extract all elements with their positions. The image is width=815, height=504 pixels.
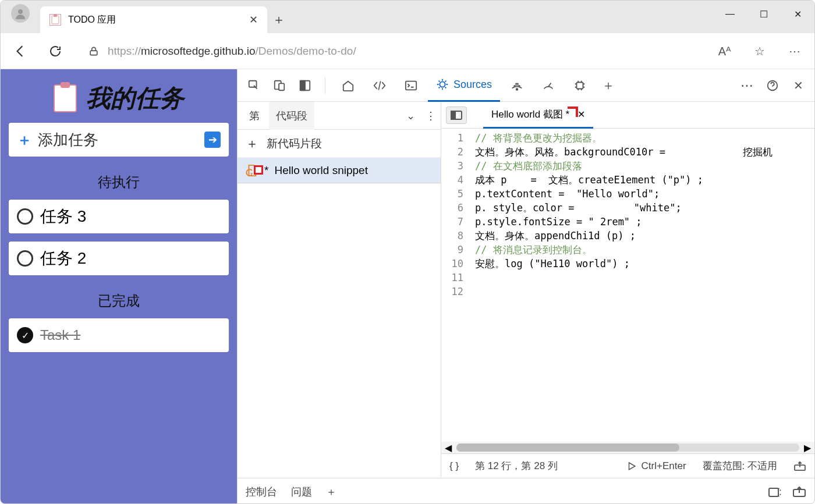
svg-point-0 [18, 9, 23, 14]
window-controls: — ☐ ✕ [713, 1, 814, 27]
navigator-tabs: 第 代码段 ⌄ ⋮ [238, 102, 441, 130]
add-task-input[interactable]: ＋ 添加任务 ➔ [9, 123, 229, 157]
navigator-tab-snippets[interactable]: 代码段 [269, 102, 314, 130]
url-box[interactable]: https://microsoftedge.github.io/Demos/de… [80, 38, 700, 64]
close-devtools-button[interactable]: ✕ [786, 74, 810, 97]
editor: Hello world 截图 * ✕ 123456789101112 // 将背… [441, 102, 814, 478]
navigator-tab-page[interactable]: 第 [242, 102, 267, 130]
close-window-button[interactable]: ✕ [781, 1, 814, 27]
drawer-issues-tab[interactable]: 问题 [291, 485, 312, 499]
snippet-item-name: Hello world snippet [274, 164, 368, 177]
new-tab-button[interactable]: ＋ [267, 6, 290, 33]
horizontal-scrollbar[interactable]: ◀ ▶ [441, 442, 814, 453]
checkbox-icon[interactable] [17, 208, 33, 225]
run-snippet-button[interactable]: Ctrl+Enter [626, 460, 686, 472]
editor-tab-name: Hello world 截图 * [491, 108, 569, 121]
svg-rect-15 [451, 111, 455, 119]
cursor-position: 第 12 行，第 28 列 [475, 459, 558, 473]
favorite-button[interactable]: ☆ [749, 41, 770, 62]
tab-title: TODO 应用 [68, 14, 116, 26]
memory-tab[interactable] [565, 69, 594, 102]
tab-favicon-icon [49, 14, 61, 26]
lock-icon [88, 45, 100, 57]
snippet-item[interactable]: *Hello world snippet [238, 158, 441, 183]
snippet-file-icon [246, 164, 258, 177]
upload-icon[interactable] [793, 461, 806, 471]
snippet-item-prefix: * [264, 164, 268, 177]
device-emulation-icon[interactable] [268, 74, 291, 97]
new-snippet-button[interactable]: ＋ 新代码片段 [238, 130, 441, 158]
page-title: 我的任务 [9, 82, 229, 115]
drawer-add-tab[interactable]: ＋ [326, 485, 336, 499]
svg-point-10 [440, 81, 445, 87]
done-header: 已完成 [9, 292, 229, 310]
drawer-icon-1[interactable] [768, 486, 782, 498]
scrollbar-thumb[interactable] [456, 443, 679, 452]
task-item[interactable]: 任务 3 [9, 200, 229, 233]
more-tabs-button[interactable]: ＋ [597, 74, 620, 97]
devtools-toolbar: Sources ＋ ⋯ ✕ [238, 69, 814, 102]
clipboard-icon [54, 84, 77, 112]
toggle-navigator-button[interactable] [446, 107, 467, 124]
elements-tab[interactable] [365, 69, 394, 102]
maximize-button[interactable]: ☐ [747, 1, 781, 27]
svg-rect-12 [577, 82, 583, 88]
browser-tab[interactable]: TODO 应用 ✕ [40, 6, 267, 33]
task-item-done[interactable]: ✓ Task 1 [9, 318, 229, 352]
reader-mode-button[interactable]: Aᴬ [714, 41, 735, 62]
more-button[interactable]: ⋯ [784, 41, 805, 62]
url-text: https://microsoftedge.github.io/Demos/de… [108, 45, 356, 58]
svg-rect-9 [406, 81, 416, 90]
refresh-button[interactable] [45, 41, 66, 62]
minimize-button[interactable]: — [713, 1, 747, 27]
task-label: 任务 2 [40, 247, 86, 269]
devtools-body: 第 代码段 ⌄ ⋮ ＋ 新代码片段 *Hello world snippet [238, 102, 814, 478]
performance-tab[interactable] [534, 69, 563, 102]
address-bar: https://microsoftedge.github.io/Demos/de… [1, 33, 814, 69]
code-content[interactable]: // 将背景色更改为挖掘器。文档。身体。风格。backgroundC010r =… [469, 129, 814, 442]
drawer-icon-2[interactable] [792, 486, 806, 498]
pretty-print-button[interactable]: { } [449, 460, 459, 472]
scroll-right-icon[interactable]: ▶ [804, 442, 811, 453]
task-label: 任务 3 [40, 205, 86, 228]
chevron-down-icon[interactable]: ⌄ [406, 109, 415, 122]
task-item[interactable]: 任务 2 [9, 242, 229, 275]
help-button[interactable] [761, 74, 784, 97]
navigator-more-icon[interactable]: ⋮ [426, 109, 436, 122]
coverage-info: 覆盖范围: 不适用 [703, 459, 777, 473]
svg-rect-3 [90, 51, 97, 55]
highlight-corner-icon [568, 107, 578, 117]
devtools-more-button[interactable]: ⋯ [735, 74, 759, 97]
welcome-tab[interactable] [334, 69, 363, 102]
svg-rect-6 [279, 83, 284, 90]
plus-icon: ＋ [17, 130, 32, 150]
submit-arrow-icon[interactable]: ➔ [204, 132, 221, 148]
highlight-box-icon [254, 165, 263, 175]
back-button[interactable] [10, 41, 31, 62]
code-editor[interactable]: 123456789101112 // 将背景色更改为挖掘器。文档。身体。风格。b… [441, 129, 814, 442]
devtools-drawer: 控制台 问题 ＋ [238, 478, 814, 504]
editor-tab[interactable]: Hello world 截图 * ✕ [483, 102, 593, 129]
scroll-left-icon[interactable]: ◀ [445, 442, 452, 453]
inspect-element-icon[interactable] [242, 74, 265, 97]
task-label: Task 1 [40, 327, 80, 343]
svg-rect-4 [249, 80, 257, 87]
editor-status-bar: { } 第 12 行，第 28 列 Ctrl+Enter 覆盖范围: 不适用 [441, 453, 814, 478]
dock-side-icon[interactable] [293, 74, 317, 97]
network-tab[interactable] [502, 69, 531, 102]
close-editor-tab-icon[interactable]: ✕ [577, 109, 585, 120]
checkbox-icon[interactable] [17, 250, 33, 267]
profile-avatar[interactable] [11, 4, 30, 23]
plus-icon: ＋ [246, 135, 258, 152]
pending-header: 待执行 [9, 173, 229, 191]
checkbox-checked-icon[interactable]: ✓ [17, 327, 33, 343]
titlebar: TODO 应用 ✕ ＋ — ☐ ✕ [1, 1, 814, 33]
tab-close-icon[interactable]: ✕ [249, 13, 258, 26]
sources-tab[interactable]: Sources [428, 69, 500, 102]
devtools: Sources ＋ ⋯ ✕ 第 代码段 [237, 69, 814, 504]
line-gutter: 123456789101112 [441, 129, 469, 442]
svg-rect-1 [52, 16, 59, 24]
svg-rect-17 [769, 488, 778, 496]
console-tab[interactable] [396, 69, 426, 102]
drawer-console-tab[interactable]: 控制台 [246, 485, 277, 499]
